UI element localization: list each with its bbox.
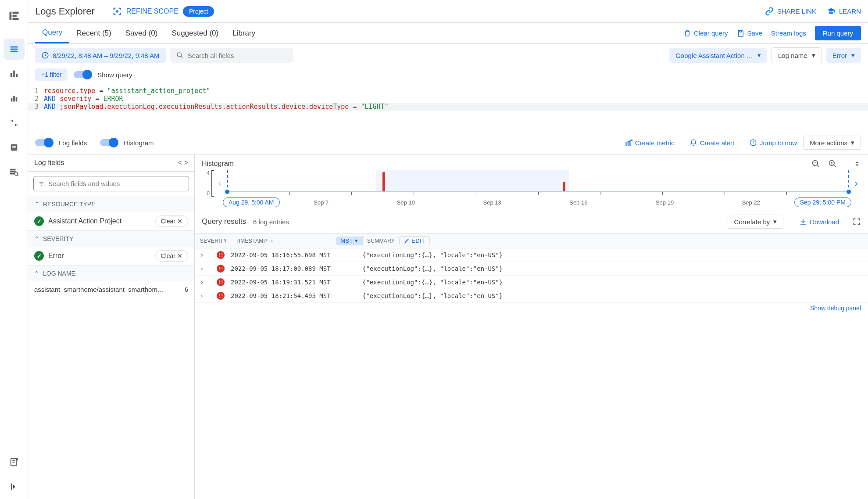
- histogram-bar: [382, 172, 385, 191]
- log-row[interactable]: ›!!2022-09-05 18:16:55.698 MST{"executio…: [195, 248, 868, 262]
- zoom-in-icon[interactable]: [828, 159, 837, 168]
- filter-icon: [38, 180, 45, 187]
- save-button[interactable]: Save: [737, 29, 762, 37]
- svg-rect-34: [630, 140, 631, 145]
- group-resource-type[interactable]: ⌃ RESOURCE TYPE: [28, 196, 194, 212]
- fullscreen-icon[interactable]: [852, 217, 861, 226]
- download-label: Download: [810, 218, 839, 226]
- download-button[interactable]: Download: [799, 218, 839, 226]
- check-icon: ✓: [34, 216, 44, 226]
- query-prop: resource.type: [44, 87, 95, 95]
- log-name-value: assistant_smarthome/assistant_smarthom…: [34, 286, 164, 293]
- row-severity: !!: [211, 265, 231, 273]
- edit-summary-button[interactable]: EDIT: [399, 236, 430, 245]
- histogram-xaxis: Aug 29, 5:00 AM Sep 7 Sep 10 Sep 13 Sep …: [202, 197, 861, 207]
- nav-storage-icon[interactable]: [4, 137, 25, 158]
- jump-to-now-button[interactable]: Jump to now: [749, 139, 797, 147]
- svg-rect-4: [10, 47, 18, 48]
- histogram-toggle[interactable]: [100, 139, 118, 146]
- show-query-toggle[interactable]: [74, 71, 91, 78]
- svg-rect-14: [12, 146, 16, 147]
- learn-icon: [827, 7, 836, 16]
- field-search-input[interactable]: [48, 180, 184, 187]
- tab-query[interactable]: Query: [35, 23, 69, 43]
- alert-icon: [689, 139, 697, 147]
- nav-metrics-icon[interactable]: [4, 88, 25, 109]
- expand-row-icon[interactable]: ›: [200, 279, 211, 286]
- collapse-icon[interactable]: [853, 160, 861, 168]
- expand-row-icon[interactable]: ›: [200, 251, 211, 258]
- severity-value-label: Error: [48, 252, 151, 260]
- clear-query-button[interactable]: Clear query: [683, 29, 728, 37]
- svg-rect-8: [13, 71, 15, 77]
- nav-expand-icon[interactable]: [4, 476, 25, 497]
- histogram-prev-button[interactable]: ‹: [215, 170, 225, 197]
- log-row[interactable]: ›!!2022-09-05 18:17:00.089 MST{"executio…: [195, 262, 868, 276]
- col-summary-label: SUMMARY: [367, 238, 395, 244]
- timezone-chip[interactable]: MST▾: [336, 237, 362, 245]
- correlate-by-dropdown[interactable]: Correlate by ▾: [728, 215, 784, 229]
- group-log-name[interactable]: ⌃ LOG NAME: [28, 265, 194, 281]
- nav-logo-icon[interactable]: [4, 5, 25, 26]
- nav-note-icon[interactable]: +: [4, 452, 25, 473]
- run-query-button[interactable]: Run query: [815, 26, 861, 40]
- expand-row-icon[interactable]: ›: [200, 265, 211, 272]
- log-row[interactable]: ›!!2022-09-05 18:21:54.495 MST{"executio…: [195, 289, 868, 303]
- tab-suggested[interactable]: Suggested (0): [164, 24, 225, 43]
- severity-dropdown[interactable]: Error ▾: [826, 48, 861, 63]
- clear-severity-button[interactable]: Clear✕: [155, 250, 188, 262]
- svg-rect-16: [10, 169, 15, 170]
- zoom-out-icon[interactable]: [811, 159, 820, 168]
- nav-logs-icon[interactable]: [4, 39, 25, 60]
- stream-logs-button[interactable]: Stream logs: [771, 29, 806, 37]
- histogram-end-pill[interactable]: Sep 29, 5:00 PM: [794, 197, 851, 207]
- log-name-value-row[interactable]: assistant_smarthome/assistant_smarthom… …: [28, 281, 194, 298]
- download-icon: [799, 218, 807, 226]
- expand-row-icon[interactable]: ›: [200, 292, 211, 299]
- row-timestamp: 2022-09-05 18:16:55.698 MST: [231, 251, 362, 258]
- plus-one-filter-chip[interactable]: +1 filter: [35, 68, 68, 81]
- log-fields-toggle[interactable]: [35, 139, 53, 146]
- histogram-end-handle[interactable]: [847, 190, 851, 194]
- group-severity[interactable]: ⌃ SEVERITY: [28, 230, 194, 247]
- histogram-body[interactable]: [227, 170, 849, 197]
- refine-scope-button[interactable]: REFINE SCOPE Project: [112, 6, 214, 17]
- search-all-fields[interactable]: [170, 48, 293, 63]
- nav-search-analytics-icon[interactable]: [4, 162, 25, 183]
- search-input[interactable]: [188, 52, 287, 59]
- tab-library[interactable]: Library: [225, 24, 262, 43]
- tab-recent[interactable]: Recent (5): [69, 24, 118, 43]
- svg-rect-17: [10, 171, 15, 172]
- svg-rect-1: [12, 12, 18, 14]
- create-alert-button[interactable]: Create alert: [689, 139, 734, 147]
- histogram-title: Histogram: [202, 160, 234, 168]
- query-value: "assistant_action_project": [107, 87, 211, 95]
- more-actions-button[interactable]: More actions ▾: [803, 136, 861, 150]
- clear-resource-button[interactable]: Clear✕: [155, 215, 188, 227]
- resource-dropdown[interactable]: Google Assistant Action … ▾: [669, 48, 767, 63]
- show-debug-panel-link[interactable]: Show debug panel: [195, 303, 868, 313]
- histogram-next-button[interactable]: ›: [851, 170, 861, 197]
- row-timestamp: 2022-09-05 18:19:31.521 MST: [231, 279, 362, 286]
- query-editor[interactable]: 1resource.type = "assistant_action_proje…: [28, 84, 868, 131]
- col-timestamp[interactable]: TIMESTAMP ↑ MST▾: [231, 237, 362, 245]
- create-metric-button[interactable]: + Create metric: [625, 139, 675, 147]
- tab-saved[interactable]: Saved (0): [118, 24, 165, 43]
- share-link-button[interactable]: SHARE LINK: [765, 7, 816, 16]
- learn-button[interactable]: LEARN: [827, 7, 861, 16]
- field-search[interactable]: [33, 176, 189, 191]
- histogram-start-pill[interactable]: Aug 29, 5:00 AM: [223, 197, 280, 207]
- row-severity: !!: [211, 292, 231, 300]
- log-row[interactable]: ›!!2022-09-05 18:19:31.521 MST{"executio…: [195, 276, 868, 289]
- expand-collapse-icon[interactable]: < >: [178, 159, 188, 167]
- svg-rect-32: [626, 143, 627, 145]
- log-name-dropdown[interactable]: Log name ▾: [772, 47, 822, 63]
- histogram-selection[interactable]: [376, 170, 569, 191]
- query-prop: jsonPayload.executionLog.executionResult…: [60, 103, 349, 111]
- time-range-chip[interactable]: 8/29/22, 8:48 AM – 9/29/22, 9:48 AM: [35, 48, 166, 63]
- histogram-start-handle[interactable]: [225, 190, 229, 194]
- svg-line-20: [17, 175, 18, 176]
- nav-dashboards-icon[interactable]: [4, 63, 25, 84]
- svg-rect-11: [13, 96, 15, 102]
- nav-router-icon[interactable]: [4, 112, 25, 133]
